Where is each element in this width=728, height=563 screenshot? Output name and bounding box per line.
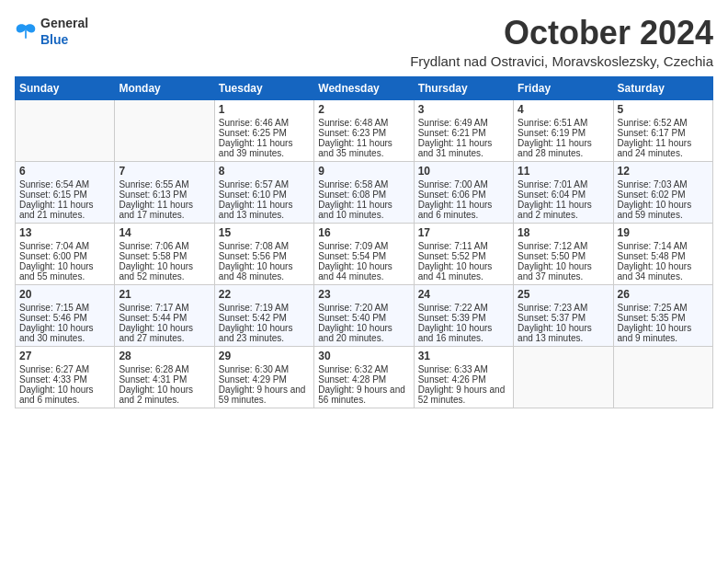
day-number: 18 bbox=[518, 226, 609, 239]
sunrise-text: Sunrise: 6:49 AM bbox=[418, 118, 509, 128]
daylight-text: Daylight: 10 hours and 27 minutes. bbox=[119, 323, 210, 343]
day-number: 15 bbox=[219, 226, 310, 239]
calendar-cell bbox=[16, 99, 115, 161]
sunrise-text: Sunrise: 6:33 AM bbox=[418, 364, 509, 374]
daylight-text: Daylight: 11 hours and 13 minutes. bbox=[219, 200, 310, 220]
sunrise-text: Sunrise: 6:30 AM bbox=[219, 364, 310, 374]
daylight-text: Daylight: 10 hours and 6 minutes. bbox=[19, 385, 110, 405]
sunset-text: Sunset: 6:17 PM bbox=[618, 128, 709, 138]
sunset-text: Sunset: 4:29 PM bbox=[219, 374, 310, 385]
calendar-cell: 5Sunrise: 6:52 AMSunset: 6:17 PMDaylight… bbox=[613, 99, 712, 161]
calendar-cell: 21Sunrise: 7:17 AMSunset: 5:44 PMDayligh… bbox=[115, 284, 214, 346]
calendar-cell: 24Sunrise: 7:22 AMSunset: 5:39 PMDayligh… bbox=[414, 284, 513, 346]
calendar-cell: 25Sunrise: 7:23 AMSunset: 5:37 PMDayligh… bbox=[514, 284, 613, 346]
sunrise-text: Sunrise: 6:58 AM bbox=[318, 179, 409, 190]
daylight-text: Daylight: 10 hours and 13 minutes. bbox=[518, 323, 609, 343]
sunset-text: Sunset: 4:33 PM bbox=[19, 374, 110, 385]
daylight-text: Daylight: 10 hours and 16 minutes. bbox=[418, 323, 509, 343]
daylight-text: Daylight: 11 hours and 6 minutes. bbox=[418, 200, 509, 220]
logo-blue: Blue bbox=[40, 32, 68, 47]
sunset-text: Sunset: 5:58 PM bbox=[119, 251, 210, 261]
sunset-text: Sunset: 6:13 PM bbox=[119, 190, 210, 200]
sunrise-text: Sunrise: 6:32 AM bbox=[318, 364, 409, 374]
sunset-text: Sunset: 6:25 PM bbox=[219, 128, 310, 138]
weekday-header: Tuesday bbox=[214, 76, 313, 99]
calendar-header: SundayMondayTuesdayWednesdayThursdayFrid… bbox=[16, 76, 713, 99]
sunset-text: Sunset: 5:52 PM bbox=[418, 251, 509, 261]
calendar-cell: 13Sunrise: 7:04 AMSunset: 6:00 PMDayligh… bbox=[16, 223, 115, 284]
day-number: 28 bbox=[119, 350, 210, 362]
day-number: 27 bbox=[19, 350, 110, 362]
calendar-cell: 2Sunrise: 6:48 AMSunset: 6:23 PMDaylight… bbox=[314, 99, 414, 161]
daylight-text: Daylight: 11 hours and 2 minutes. bbox=[518, 200, 609, 220]
sunrise-text: Sunrise: 7:09 AM bbox=[318, 241, 409, 251]
calendar-cell: 11Sunrise: 7:01 AMSunset: 6:04 PMDayligh… bbox=[514, 161, 613, 223]
sunset-text: Sunset: 6:04 PM bbox=[518, 190, 609, 200]
logo-text: General Blue bbox=[40, 15, 88, 48]
day-number: 16 bbox=[318, 226, 409, 239]
sunset-text: Sunset: 6:08 PM bbox=[318, 190, 409, 200]
calendar-cell: 29Sunrise: 6:30 AMSunset: 4:29 PMDayligh… bbox=[214, 346, 313, 408]
page-header: General Blue October 2024 Frydlant nad O… bbox=[15, 15, 713, 69]
calendar-cell: 7Sunrise: 6:55 AMSunset: 6:13 PMDaylight… bbox=[115, 161, 214, 223]
sunset-text: Sunset: 6:21 PM bbox=[418, 128, 509, 138]
logo-icon bbox=[15, 22, 37, 40]
sunrise-text: Sunrise: 6:28 AM bbox=[119, 364, 210, 374]
sunrise-text: Sunrise: 7:15 AM bbox=[19, 303, 110, 313]
sunset-text: Sunset: 6:23 PM bbox=[318, 128, 409, 138]
calendar-cell: 14Sunrise: 7:06 AMSunset: 5:58 PMDayligh… bbox=[115, 223, 214, 284]
daylight-text: Daylight: 11 hours and 39 minutes. bbox=[219, 138, 310, 158]
sunset-text: Sunset: 6:06 PM bbox=[418, 190, 509, 200]
daylight-text: Daylight: 10 hours and 2 minutes. bbox=[119, 385, 210, 405]
daylight-text: Daylight: 11 hours and 35 minutes. bbox=[318, 138, 409, 158]
daylight-text: Daylight: 10 hours and 9 minutes. bbox=[618, 323, 709, 343]
daylight-text: Daylight: 10 hours and 41 minutes. bbox=[418, 261, 509, 282]
day-number: 7 bbox=[119, 165, 210, 178]
daylight-text: Daylight: 10 hours and 59 minutes. bbox=[618, 200, 709, 220]
calendar-cell: 18Sunrise: 7:12 AMSunset: 5:50 PMDayligh… bbox=[514, 223, 613, 284]
sunrise-text: Sunrise: 7:08 AM bbox=[219, 241, 310, 251]
weekday-header: Saturday bbox=[613, 76, 712, 99]
daylight-text: Daylight: 10 hours and 30 minutes. bbox=[19, 323, 110, 343]
weekday-header: Sunday bbox=[16, 76, 115, 99]
calendar-cell: 3Sunrise: 6:49 AMSunset: 6:21 PMDaylight… bbox=[414, 99, 513, 161]
calendar-cell: 4Sunrise: 6:51 AMSunset: 6:19 PMDaylight… bbox=[514, 99, 613, 161]
sunset-text: Sunset: 4:31 PM bbox=[119, 374, 210, 385]
day-number: 24 bbox=[418, 288, 509, 301]
daylight-text: Daylight: 11 hours and 28 minutes. bbox=[518, 138, 609, 158]
daylight-text: Daylight: 11 hours and 10 minutes. bbox=[318, 200, 409, 220]
day-number: 8 bbox=[219, 165, 310, 178]
day-number: 20 bbox=[19, 288, 110, 301]
sunrise-text: Sunrise: 7:19 AM bbox=[219, 303, 310, 313]
sunset-text: Sunset: 5:37 PM bbox=[518, 313, 609, 323]
day-number: 6 bbox=[19, 165, 110, 178]
daylight-text: Daylight: 9 hours and 56 minutes. bbox=[318, 385, 409, 405]
sunset-text: Sunset: 5:35 PM bbox=[618, 313, 709, 323]
sunrise-text: Sunrise: 7:00 AM bbox=[418, 179, 509, 190]
calendar-cell bbox=[514, 346, 613, 408]
day-number: 3 bbox=[418, 103, 509, 116]
daylight-text: Daylight: 10 hours and 44 minutes. bbox=[318, 261, 409, 282]
sunset-text: Sunset: 5:54 PM bbox=[318, 251, 409, 261]
sunrise-text: Sunrise: 7:25 AM bbox=[618, 303, 709, 313]
calendar-cell bbox=[115, 99, 214, 161]
sunrise-text: Sunrise: 6:54 AM bbox=[19, 179, 110, 190]
weekday-header: Wednesday bbox=[314, 76, 414, 99]
sunset-text: Sunset: 6:10 PM bbox=[219, 190, 310, 200]
sunrise-text: Sunrise: 6:51 AM bbox=[518, 118, 609, 128]
calendar-week-row: 1Sunrise: 6:46 AMSunset: 6:25 PMDaylight… bbox=[16, 99, 713, 161]
calendar-cell: 23Sunrise: 7:20 AMSunset: 5:40 PMDayligh… bbox=[314, 284, 414, 346]
calendar-cell: 30Sunrise: 6:32 AMSunset: 4:28 PMDayligh… bbox=[314, 346, 414, 408]
day-number: 4 bbox=[518, 103, 609, 116]
calendar-cell: 20Sunrise: 7:15 AMSunset: 5:46 PMDayligh… bbox=[16, 284, 115, 346]
sunset-text: Sunset: 5:39 PM bbox=[418, 313, 509, 323]
sunrise-text: Sunrise: 6:57 AM bbox=[219, 179, 310, 190]
daylight-text: Daylight: 9 hours and 59 minutes. bbox=[219, 385, 310, 405]
sunset-text: Sunset: 6:00 PM bbox=[19, 251, 110, 261]
day-number: 1 bbox=[219, 103, 310, 116]
day-number: 31 bbox=[418, 350, 509, 362]
day-number: 21 bbox=[119, 288, 210, 301]
daylight-text: Daylight: 10 hours and 34 minutes. bbox=[618, 261, 709, 282]
calendar-cell: 19Sunrise: 7:14 AMSunset: 5:48 PMDayligh… bbox=[613, 223, 712, 284]
daylight-text: Daylight: 10 hours and 55 minutes. bbox=[19, 261, 110, 282]
